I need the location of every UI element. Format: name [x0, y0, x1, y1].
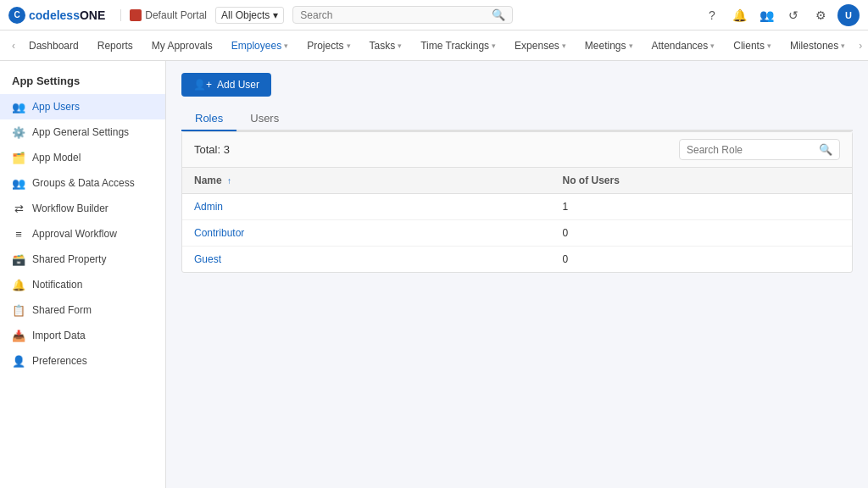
- meetings-caret: ▾: [629, 42, 633, 50]
- global-search[interactable]: 🔍: [292, 6, 513, 24]
- no-of-users-cell: 1: [551, 194, 853, 220]
- roles-table-container: Total: 3 🔍 Name ↑ No: [181, 131, 853, 273]
- roles-table: Name ↑ No of Users Admin 1 Contributor 0: [182, 168, 852, 272]
- content-area: 👤+ Add User Roles Users Total: 3 🔍: [166, 61, 868, 488]
- nav-my-approvals[interactable]: My Approvals: [143, 35, 221, 57]
- add-user-icon: 👤+: [193, 79, 212, 91]
- help-icon[interactable]: ?: [702, 5, 722, 25]
- app-general-settings-icon: ⚙️: [12, 125, 25, 139]
- sidebar: App Settings 👥 App Users ⚙️ App General …: [0, 61, 166, 488]
- clients-caret: ▾: [767, 42, 771, 50]
- sidebar-item-groups-data-access[interactable]: 👥 Groups & Data Access: [0, 170, 165, 196]
- tab-roles[interactable]: Roles: [181, 107, 236, 131]
- main-layout: App Settings 👥 App Users ⚙️ App General …: [0, 61, 868, 488]
- nav-reports[interactable]: Reports: [89, 35, 142, 57]
- nav-dashboard[interactable]: Dashboard: [20, 35, 87, 57]
- sidebar-item-app-model[interactable]: 🗂️ App Model: [0, 145, 165, 170]
- table-row: Admin 1: [182, 194, 852, 220]
- nav-attendances[interactable]: Attendances ▾: [643, 35, 724, 57]
- search-role-icon: 🔍: [819, 143, 832, 156]
- settings-icon[interactable]: ⚙: [810, 5, 831, 25]
- tab-users[interactable]: Users: [236, 107, 292, 131]
- col-header-name[interactable]: Name ↑: [182, 168, 551, 194]
- sidebar-item-import-data[interactable]: 📥 Import Data: [0, 323, 165, 348]
- objects-label: All Objects: [221, 9, 270, 21]
- table-row: Contributor 0: [182, 220, 852, 247]
- nav-meetings[interactable]: Meetings ▾: [576, 35, 642, 57]
- attendances-caret: ▾: [710, 42, 715, 50]
- history-icon[interactable]: ↺: [783, 5, 804, 25]
- objects-dropdown[interactable]: All Objects ▾: [215, 7, 284, 24]
- app-users-icon: 👥: [12, 100, 25, 114]
- search-role-field[interactable]: [687, 144, 814, 156]
- role-name-link[interactable]: Guest: [194, 253, 221, 265]
- table-header-row: Total: 3 🔍: [182, 132, 852, 168]
- table-scroll[interactable]: Name ↑ No of Users Admin 1 Contributor 0: [182, 168, 852, 272]
- add-user-button[interactable]: 👤+ Add User: [181, 73, 271, 97]
- users-icon[interactable]: 👥: [756, 5, 776, 25]
- no-of-users-cell: 0: [551, 247, 853, 273]
- preferences-icon: 👤: [12, 354, 25, 368]
- no-of-users-cell: 0: [551, 220, 853, 247]
- workflow-builder-icon: ⇄: [12, 202, 25, 215]
- sidebar-title: App Settings: [0, 69, 165, 94]
- topbar-icons: ? 🔔 👥 ↺ ⚙ U: [702, 4, 860, 26]
- total-count: Total: 3: [194, 143, 230, 156]
- nav-projects[interactable]: Projects ▾: [298, 35, 359, 57]
- projects-caret: ▾: [347, 42, 351, 50]
- sidebar-item-app-general-settings[interactable]: ⚙️ App General Settings: [0, 119, 165, 145]
- search-input[interactable]: [300, 9, 492, 21]
- caret-icon: ▾: [273, 9, 278, 21]
- table-row: Guest 0: [182, 247, 852, 273]
- nav-time-trackings[interactable]: Time Trackings ▾: [412, 35, 504, 57]
- sidebar-item-app-users[interactable]: 👥 App Users: [0, 94, 165, 119]
- logo-text: codelessONE: [29, 8, 105, 22]
- role-name-link[interactable]: Contributor: [194, 227, 244, 239]
- shared-property-icon: 🗃️: [12, 252, 25, 266]
- employees-caret: ▾: [284, 42, 288, 50]
- nav-clients[interactable]: Clients ▾: [725, 35, 780, 57]
- nav-expenses[interactable]: Expenses ▾: [506, 35, 575, 57]
- logo[interactable]: C codelessONE: [8, 7, 105, 24]
- tabs: Roles Users: [181, 107, 853, 131]
- sidebar-item-workflow-builder[interactable]: ⇄ Workflow Builder: [0, 196, 165, 221]
- navbar: ‹ Dashboard Reports My Approvals Employe…: [0, 30, 868, 61]
- import-data-icon: 📥: [12, 329, 25, 342]
- approval-workflow-icon: ≡: [12, 227, 25, 241]
- portal-badge[interactable]: Default Portal: [120, 9, 207, 21]
- sidebar-item-notification[interactable]: 🔔 Notification: [0, 272, 165, 297]
- sidebar-item-shared-form[interactable]: 📋 Shared Form: [0, 297, 165, 323]
- sort-icon: ↑: [227, 176, 231, 186]
- nav-prev-arrow[interactable]: ‹: [8, 40, 19, 52]
- logo-icon: C: [8, 7, 25, 24]
- expenses-caret: ▾: [562, 42, 566, 50]
- search-icon: 🔍: [492, 8, 505, 21]
- sidebar-item-preferences[interactable]: 👤 Preferences: [0, 348, 165, 374]
- topbar: C codelessONE Default Portal All Objects…: [0, 0, 868, 30]
- nav-next-arrow[interactable]: ›: [855, 40, 865, 52]
- groups-data-access-icon: 👥: [12, 176, 25, 190]
- notification-icon: 🔔: [12, 278, 25, 291]
- nav-milestones[interactable]: Milestones ▾: [782, 35, 854, 57]
- search-role-input[interactable]: 🔍: [679, 139, 840, 160]
- time-trackings-caret: ▾: [492, 42, 496, 50]
- role-name-link[interactable]: Admin: [194, 201, 223, 213]
- table-header: Name ↑ No of Users: [182, 168, 852, 194]
- sidebar-item-approval-workflow[interactable]: ≡ Approval Workflow: [0, 221, 165, 247]
- milestones-caret: ▾: [841, 42, 845, 50]
- portal-label: Default Portal: [145, 9, 207, 21]
- portal-icon: [130, 9, 142, 21]
- shared-form-icon: 📋: [12, 303, 25, 317]
- sidebar-item-shared-property[interactable]: 🗃️ Shared Property: [0, 247, 165, 272]
- tasks-caret: ▾: [398, 42, 402, 50]
- avatar[interactable]: U: [837, 4, 860, 26]
- nav-tasks[interactable]: Tasks ▾: [361, 35, 411, 57]
- app-model-icon: 🗂️: [12, 151, 25, 164]
- nav-employees[interactable]: Employees ▾: [223, 35, 297, 57]
- col-header-no-of-users: No of Users: [551, 168, 853, 194]
- bell-icon[interactable]: 🔔: [729, 5, 749, 25]
